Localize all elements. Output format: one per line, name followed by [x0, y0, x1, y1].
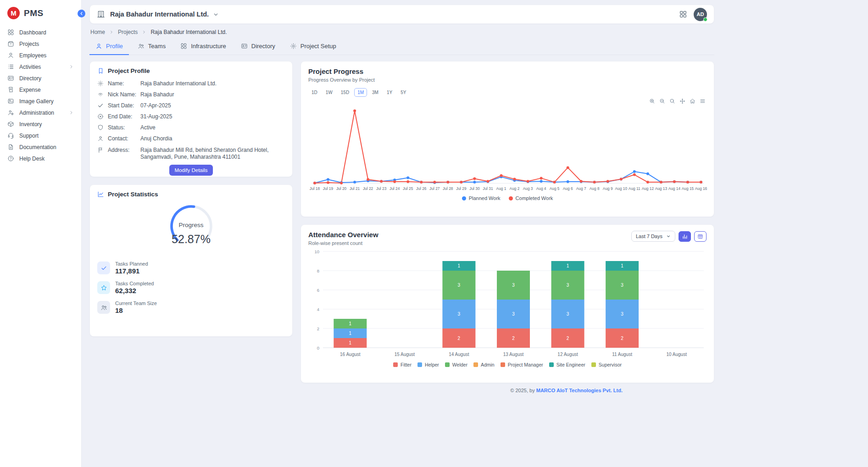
tab-teams[interactable]: Teams: [132, 39, 172, 55]
sidebar-item-help-desk[interactable]: Help Desk: [0, 153, 81, 164]
sidebar-item-projects[interactable]: Projects: [0, 38, 81, 50]
legend-project-manager[interactable]: Project Manager: [501, 362, 543, 367]
footer-link[interactable]: MARCO AIoT Technologies Pvt. Ltd.: [536, 388, 623, 393]
legend-label: Fitter: [401, 362, 412, 367]
sidebar-collapse-button[interactable]: [78, 10, 85, 17]
legend-label: Planned Work: [469, 195, 501, 201]
pan-icon[interactable]: [679, 98, 685, 104]
table-view-button[interactable]: [694, 231, 707, 242]
svg-text:Jul 18: Jul 18: [310, 186, 320, 191]
svg-text:2: 2: [621, 336, 623, 341]
svg-text:Aug 2: Aug 2: [510, 186, 520, 191]
statistics-card-title: Project Statistics: [108, 191, 158, 198]
legend-supervisor[interactable]: Supervisor: [591, 362, 622, 367]
stat-current-team-size: Current Team Size18: [97, 300, 285, 314]
sidebar-item-dashboard[interactable]: Dashboard: [0, 27, 81, 38]
stat-list: Tasks Planned117,891Tasks Completed62,33…: [97, 261, 285, 314]
footer-text: © 2025, by: [510, 388, 536, 393]
tab-infrastructure[interactable]: Infrastructure: [174, 39, 232, 55]
left-column: Project Profile Name:Raja Bahadur Intern…: [89, 61, 293, 337]
tab-directory[interactable]: Directory: [235, 39, 281, 55]
legend-dot: [509, 196, 513, 200]
avatar-initials: AD: [697, 11, 704, 17]
svg-text:0: 0: [317, 345, 319, 350]
svg-text:16 August: 16 August: [340, 352, 361, 357]
progress-card-subtitle: Progress Overview by Project: [308, 77, 707, 83]
stat-iconbox: [97, 281, 110, 294]
breadcrumb-item-projects[interactable]: Projects: [118, 29, 138, 35]
range-5y[interactable]: 5Y: [397, 88, 409, 97]
sidebar-item-activities[interactable]: Activities: [0, 61, 81, 72]
sidebar-item-label: Directory: [19, 75, 41, 82]
company-selector[interactable]: Raja Bahadur International Ltd.: [110, 11, 209, 18]
gauge-value: 52.87%: [166, 233, 217, 246]
range-1w[interactable]: 1W: [323, 88, 336, 97]
tab-profile[interactable]: Profile: [89, 39, 129, 55]
profile-field-end-date: End Date:31-Aug-2025: [97, 113, 285, 121]
sidebar-item-administration[interactable]: Administration: [0, 107, 81, 118]
zoom-in-icon[interactable]: [649, 98, 655, 104]
svg-text:15 August: 15 August: [395, 352, 415, 357]
modify-details-button[interactable]: Modify Details: [169, 165, 212, 176]
projects-icon: [7, 40, 14, 47]
range-1m[interactable]: 1M: [354, 88, 367, 97]
legend-dot: [462, 196, 466, 200]
chevron-right-icon: [69, 110, 74, 115]
svg-text:10: 10: [314, 249, 319, 254]
tab-label: Profile: [106, 43, 123, 50]
svg-text:Jul 22: Jul 22: [363, 186, 373, 191]
profile-field-nick-name: Nick Name:Raja Bahadur: [97, 91, 285, 99]
legend-planned-work[interactable]: Planned Work: [462, 195, 501, 201]
topbar: Raja Bahadur International Ltd. AD: [89, 5, 714, 24]
sidebar-item-image-gallery[interactable]: Image Gallery: [0, 95, 81, 107]
sidebar-item-employees[interactable]: Employees: [0, 50, 81, 61]
sidebar-item-documentation[interactable]: Documentation: [0, 141, 81, 153]
range-1y[interactable]: 1Y: [384, 88, 395, 97]
footer: © 2025, by MARCO AIoT Technologies Pvt. …: [300, 388, 714, 393]
zoom-out-icon[interactable]: [659, 98, 665, 104]
project-progress-chart[interactable]: Jul 18Jul 19Jul 20Jul 21Jul 22Jul 23Jul …: [308, 99, 707, 193]
legend-completed-work[interactable]: Completed Work: [509, 195, 553, 201]
field-value: Raja Bahadur Mill Rd, behind Sheraton Gr…: [140, 147, 285, 161]
svg-text:3: 3: [621, 311, 623, 317]
end-date-icon: [97, 113, 104, 120]
bar-view-button[interactable]: [679, 231, 691, 242]
selection-zoom-icon[interactable]: [669, 98, 675, 104]
breadcrumb-item-home[interactable]: Home: [90, 29, 105, 35]
legend-welder[interactable]: Welder: [445, 362, 467, 367]
field-label: End Date:: [108, 113, 136, 121]
sidebar-item-label: Employees: [19, 52, 46, 59]
legend-helper[interactable]: Helper: [417, 362, 439, 367]
chevron-down-icon[interactable]: [213, 11, 219, 17]
svg-text:Aug 7: Aug 7: [576, 186, 586, 191]
sidebar-item-support[interactable]: Support: [0, 130, 81, 141]
attendance-chart[interactable]: 024681011116 August15 August233114 Augus…: [308, 249, 707, 361]
svg-text:1: 1: [349, 331, 352, 336]
sidebar-item-inventory[interactable]: Inventory: [0, 118, 81, 130]
tab-bar: ProfileTeamsInfrastructureDirectoryProje…: [89, 39, 714, 55]
project-profile-card: Project Profile Name:Raja Bahadur Intern…: [89, 61, 293, 177]
svg-text:4: 4: [317, 307, 319, 312]
date-range-select[interactable]: Last 7 Days: [631, 231, 675, 242]
legend-site-engineer[interactable]: Site Engineer: [549, 362, 585, 367]
svg-text:Aug 1: Aug 1: [496, 186, 506, 191]
range-3m[interactable]: 3M: [369, 88, 382, 97]
avatar[interactable]: AD: [694, 8, 707, 21]
home-icon[interactable]: [690, 98, 696, 104]
stat-tasks-planned: Tasks Planned117,891: [97, 261, 285, 275]
apps-grid-icon[interactable]: [679, 10, 687, 18]
legend-label: Welder: [452, 362, 467, 367]
range-15d[interactable]: 15D: [338, 88, 352, 97]
menu-icon[interactable]: [700, 98, 706, 104]
status-icon: [97, 124, 104, 131]
tab-project-setup[interactable]: Project Setup: [284, 39, 342, 55]
sidebar-item-directory[interactable]: Directory: [0, 72, 81, 84]
building-icon: [97, 10, 105, 18]
legend-admin[interactable]: Admin: [473, 362, 495, 367]
range-1d[interactable]: 1D: [308, 88, 321, 97]
legend-fitter[interactable]: Fitter: [393, 362, 412, 367]
profile-fields: Name:Raja Bahadur International Ltd.Nick…: [97, 80, 285, 161]
project-setup-tab-icon: [290, 43, 297, 50]
app-logo[interactable]: M PMS: [0, 0, 81, 27]
sidebar-item-expense[interactable]: Expense: [0, 84, 81, 95]
